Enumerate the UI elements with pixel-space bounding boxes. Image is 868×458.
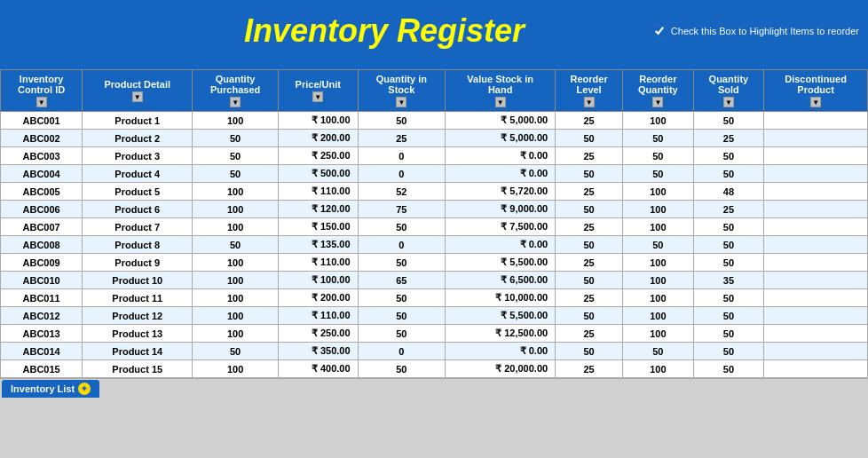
cell-discontinued [764, 289, 868, 307]
cell-qty_sold: 50 [693, 218, 764, 236]
cell-control_id: ABC015 [1, 360, 83, 378]
table-row: ABC005Product 5100₹ 110.0052₹ 5,720.0025… [1, 183, 868, 201]
cell-value_stock: ₹ 0.00 [446, 236, 556, 254]
cell-reorder_qty: 50 [623, 236, 694, 254]
table-row: ABC008Product 850₹ 135.000₹ 0.00505050 [1, 236, 868, 254]
reorder-checkbox-label: Check this Box to Highlight Items to reo… [671, 26, 859, 36]
col-filter-arrow[interactable]: ▼ [312, 91, 323, 102]
table-row: ABC009Product 9100₹ 110.0050₹ 5,500.0025… [1, 254, 868, 272]
col-header-reorder-level: ReorderLevel ▼ [556, 70, 623, 112]
cell-control_id: ABC009 [1, 254, 83, 272]
cell-value_stock: ₹ 6,500.00 [446, 272, 556, 289]
cell-qty_sold: 50 [693, 307, 764, 325]
cell-qty_purchased: 100 [193, 201, 279, 218]
cell-reorder_qty: 50 [623, 343, 694, 360]
cell-control_id: ABC006 [1, 201, 83, 218]
cell-qty_stock: 50 [358, 289, 446, 307]
table-row: ABC010Product 10100₹ 100.0065₹ 6,500.005… [1, 272, 868, 289]
col-filter-arrow[interactable]: ▼ [36, 97, 47, 107]
cell-product_detail: Product 5 [83, 183, 193, 201]
page-title: Inventory Register [115, 12, 653, 50]
cell-reorder_level: 25 [556, 183, 623, 201]
reorder-checkbox-area: Check this Box to Highlight Items to reo… [653, 25, 859, 37]
cell-qty_sold: 50 [693, 360, 764, 378]
cell-reorder_level: 25 [556, 289, 623, 307]
cell-value_stock: ₹ 5,000.00 [446, 112, 556, 130]
cell-product_detail: Product 13 [83, 325, 193, 343]
cell-discontinued [764, 307, 868, 325]
cell-price_unit: ₹ 120.00 [279, 201, 359, 218]
cell-qty_stock: 50 [358, 218, 446, 236]
cell-price_unit: ₹ 110.00 [279, 183, 359, 201]
cell-control_id: ABC005 [1, 183, 83, 201]
table-container: InventoryControl ID ▼ Product Detail ▼ Q… [0, 69, 868, 378]
cell-reorder_qty: 100 [623, 112, 694, 130]
col-header-price-unit: Price/Unit ▼ [279, 70, 359, 112]
cell-qty_sold: 50 [693, 254, 764, 272]
col-header-discontinued: DiscontinuedProduct ▼ [764, 70, 868, 112]
cell-reorder_qty: 100 [623, 254, 694, 272]
cell-discontinued [764, 147, 868, 165]
cell-value_stock: ₹ 0.00 [446, 165, 556, 183]
app-container: Inventory Register Check this Box to Hig… [0, 0, 868, 398]
cell-price_unit: ₹ 110.00 [279, 307, 359, 325]
cell-discontinued [764, 130, 868, 147]
cell-reorder_level: 50 [556, 130, 623, 147]
cell-product_detail: Product 3 [83, 147, 193, 165]
cell-product_detail: Product 11 [83, 289, 193, 307]
table-row: ABC013Product 13100₹ 250.0050₹ 12,500.00… [1, 325, 868, 343]
cell-value_stock: ₹ 12,500.00 [446, 325, 556, 343]
cell-product_detail: Product 8 [83, 236, 193, 254]
col-filter-arrow[interactable]: ▼ [652, 97, 663, 107]
tab-inventory-list[interactable]: Inventory List ✦ [2, 380, 99, 398]
cell-qty_sold: 50 [693, 112, 764, 130]
cell-price_unit: ₹ 150.00 [279, 218, 359, 236]
cell-discontinued [764, 201, 868, 218]
cell-value_stock: ₹ 10,000.00 [446, 289, 556, 307]
cell-reorder_level: 50 [556, 343, 623, 360]
col-header-product-detail: Product Detail ▼ [83, 70, 193, 112]
column-header-row: InventoryControl ID ▼ Product Detail ▼ Q… [1, 70, 868, 112]
cell-qty_purchased: 100 [193, 289, 279, 307]
table-body: ABC001Product 1100₹ 100.0050₹ 5,000.0025… [1, 112, 868, 378]
cell-qty_purchased: 100 [193, 325, 279, 343]
cell-price_unit: ₹ 250.00 [279, 147, 359, 165]
col-filter-arrow[interactable]: ▼ [584, 97, 595, 107]
cell-reorder_level: 25 [556, 360, 623, 378]
col-filter-arrow[interactable]: ▼ [132, 91, 143, 102]
table-row: ABC011Product 11100₹ 200.0050₹ 10,000.00… [1, 289, 868, 307]
col-filter-arrow[interactable]: ▼ [810, 97, 821, 107]
cell-qty_stock: 50 [358, 112, 446, 130]
cell-price_unit: ₹ 200.00 [279, 130, 359, 147]
cell-product_detail: Product 9 [83, 254, 193, 272]
cell-price_unit: ₹ 110.00 [279, 254, 359, 272]
cell-reorder_qty: 50 [623, 165, 694, 183]
cell-control_id: ABC013 [1, 325, 83, 343]
cell-qty_purchased: 100 [193, 307, 279, 325]
cell-control_id: ABC011 [1, 289, 83, 307]
cell-value_stock: ₹ 0.00 [446, 343, 556, 360]
reorder-highlight-checkbox[interactable] [653, 25, 666, 37]
cell-qty_stock: 52 [358, 183, 446, 201]
col-header-value-stock: Value Stock inHand ▼ [446, 70, 556, 112]
col-filter-arrow[interactable]: ▼ [396, 97, 406, 107]
cell-qty_purchased: 50 [193, 147, 279, 165]
cell-control_id: ABC010 [1, 272, 83, 289]
cell-reorder_level: 25 [556, 218, 623, 236]
cell-discontinued [764, 272, 868, 289]
col-filter-arrow[interactable]: ▼ [723, 97, 734, 107]
cell-price_unit: ₹ 100.00 [279, 272, 359, 289]
cell-value_stock: ₹ 0.00 [446, 147, 556, 165]
cell-control_id: ABC003 [1, 147, 83, 165]
col-filter-arrow[interactable]: ▼ [495, 97, 506, 107]
cell-price_unit: ₹ 135.00 [279, 236, 359, 254]
cell-discontinued [764, 218, 868, 236]
table-row: ABC015Product 15100₹ 400.0050₹ 20,000.00… [1, 360, 868, 378]
cell-price_unit: ₹ 100.00 [279, 112, 359, 130]
table-row: ABC003Product 350₹ 250.000₹ 0.00255050 [1, 147, 868, 165]
cell-discontinued [764, 343, 868, 360]
cell-qty_purchased: 100 [193, 112, 279, 130]
blue-separator [0, 62, 868, 69]
cell-discontinued [764, 112, 868, 130]
col-filter-arrow[interactable]: ▼ [230, 97, 241, 107]
